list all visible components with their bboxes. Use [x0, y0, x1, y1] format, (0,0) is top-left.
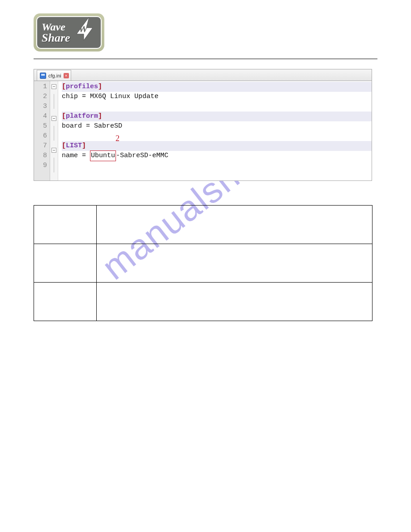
- header-divider: [34, 59, 377, 59]
- code-line: [62, 161, 372, 171]
- editor-tab[interactable]: cfg.ini ×: [37, 70, 71, 81]
- tab-filename: cfg.ini: [48, 73, 61, 78]
- line-number: 6: [34, 131, 47, 141]
- table-row: [34, 283, 372, 321]
- save-icon: [40, 73, 46, 79]
- logo-text-wave: Wave: [42, 21, 65, 32]
- code-editor: cfg.ini × 1 2 3 4 5 6 7 8 9: [34, 69, 372, 181]
- table-row: [34, 206, 372, 244]
- line-number-gutter: 1 2 3 4 5 6 7 8 9: [34, 81, 50, 180]
- code-line: [62, 102, 372, 112]
- logo-arrow-icon: W: [72, 14, 97, 44]
- code-area: 1 2 3 4 5 6 7 8 9 2: [34, 81, 372, 180]
- annotation-number-2: 2: [116, 133, 120, 143]
- line-number: 7: [34, 141, 47, 151]
- logo-text-share: Share: [42, 32, 70, 44]
- svg-text:W: W: [78, 23, 89, 34]
- logo-inner: Wave Share W: [36, 16, 102, 49]
- code-line: board = SabreSD: [62, 121, 372, 131]
- line-number: 9: [34, 161, 47, 171]
- table-cell: [97, 244, 372, 283]
- line-number: 5: [34, 121, 47, 131]
- line-number: 4: [34, 112, 47, 121]
- fold-toggle-icon[interactable]: [51, 116, 56, 121]
- code-line: [platform]: [62, 112, 372, 121]
- line-number: 3: [34, 102, 47, 112]
- code-line: name = Ubuntu-SabreSD-eMMC: [62, 151, 372, 161]
- code-line: [62, 131, 372, 141]
- code-line: [LIST]: [62, 141, 372, 151]
- waveshare-logo: Wave Share W: [34, 13, 104, 51]
- table-cell: [97, 206, 372, 244]
- code-line: [profiles]: [62, 82, 372, 92]
- table-row: [34, 244, 372, 283]
- info-table: [34, 205, 372, 321]
- table-cell: [34, 244, 97, 283]
- table-cell: [34, 206, 97, 244]
- code-content[interactable]: 2 [profiles] chip = MX6Q Linux Update [p…: [58, 81, 372, 180]
- fold-toggle-icon[interactable]: [51, 148, 56, 153]
- page-container: Wave Share W cfg.ini × 1 2 3: [0, 0, 411, 321]
- line-number: 2: [34, 92, 47, 102]
- line-number: 8: [34, 151, 47, 161]
- highlighted-value: Ubuntu: [90, 150, 116, 161]
- close-icon[interactable]: ×: [64, 73, 69, 78]
- editor-tabbar: cfg.ini ×: [34, 69, 372, 81]
- table-cell: [97, 283, 372, 321]
- line-number: 1: [34, 82, 47, 92]
- code-line: chip = MX6Q Linux Update: [62, 92, 372, 102]
- fold-toggle-icon[interactable]: [51, 84, 56, 89]
- fold-column: [50, 81, 58, 180]
- table-cell: [34, 283, 97, 321]
